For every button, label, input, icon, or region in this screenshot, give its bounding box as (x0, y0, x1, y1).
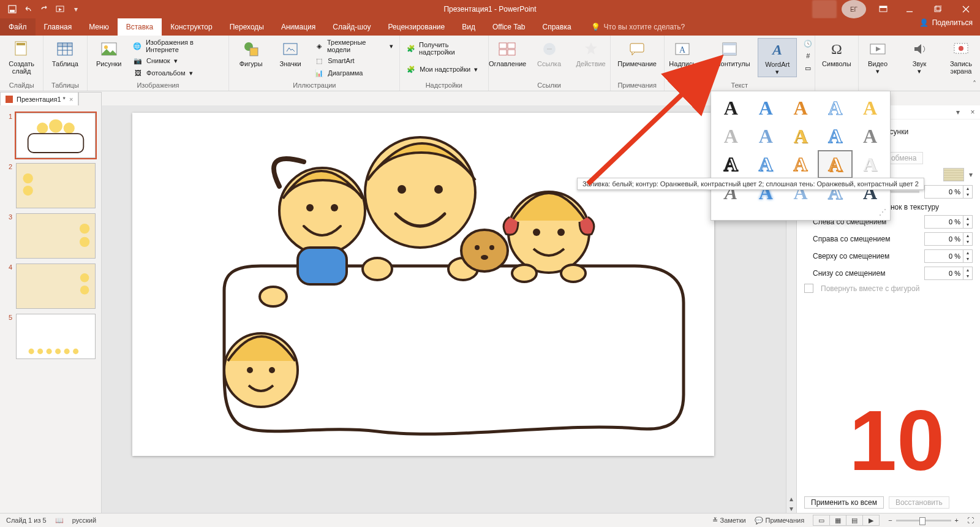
tab-home[interactable]: Главная (36, 18, 81, 36)
view-buttons[interactable]: ▭ ▦ ▤ ▶ (813, 515, 880, 526)
maximize-button[interactable] (924, 0, 952, 18)
wordart-style-9[interactable]: A (819, 123, 851, 149)
zoom-slider[interactable] (896, 520, 951, 521)
offset-left-value[interactable] (925, 218, 963, 226)
thumbnail-2[interactable]: 2 (0, 161, 101, 211)
action-button[interactable]: Действие (572, 38, 610, 69)
zoom-out-icon[interactable]: − (888, 517, 892, 524)
language-indicator[interactable]: русский (72, 517, 96, 524)
thumbnail-5[interactable]: 5 (0, 311, 101, 362)
wordart-style-8[interactable]: A (785, 123, 817, 149)
slide-editor[interactable]: ▴ ▾ (102, 105, 796, 514)
offset-bottom-value[interactable] (925, 270, 963, 277)
wordart-style-1[interactable]: A (715, 95, 747, 121)
wordart-style-3[interactable]: A (785, 95, 817, 121)
my-addins-button[interactable]: 🧩Мои надстройки ▾ (404, 64, 484, 75)
contents-button[interactable]: Оглавление (489, 38, 527, 69)
undo-icon[interactable] (23, 4, 33, 14)
screenshot-button[interactable]: 📷Снимок ▾ (130, 55, 225, 66)
zoom-control[interactable]: − + (888, 517, 959, 524)
reset-bg-button[interactable]: Восстановить (889, 496, 949, 509)
tab-menu[interactable]: Меню (80, 18, 117, 36)
3d-models-button[interactable]: ◈Трехмерные модели ▾ (312, 38, 396, 54)
audio-button[interactable]: Звук▾ (900, 38, 938, 76)
apply-to-all-button[interactable]: Применить ко всем (804, 496, 884, 509)
offset-right-spinner[interactable]: ▴▾ (924, 232, 973, 246)
new-slide-button[interactable]: Создать слайд (2, 38, 40, 76)
smartart-button[interactable]: ⬚SmartArt (312, 55, 396, 66)
slideshow-view-icon[interactable]: ▶ (862, 515, 879, 525)
date-time-button[interactable]: 🕓 (801, 38, 815, 49)
textbox-button[interactable]: A Надпись (663, 38, 701, 69)
wordart-style-12[interactable]: A (750, 151, 782, 177)
symbols-button[interactable]: Ω Символы (818, 38, 856, 69)
user-avatar[interactable]: ЕГ (842, 0, 866, 18)
zoom-in-icon[interactable]: + (955, 517, 959, 524)
redo-icon[interactable] (39, 4, 49, 14)
shapes-button[interactable]: Фигуры (233, 38, 268, 69)
ribbon-display-options-icon[interactable] (871, 0, 895, 18)
offset-top-value[interactable] (925, 252, 963, 260)
tell-me[interactable]: 💡 Что вы хотите сделать? (591, 18, 685, 36)
gallery-resize-handle[interactable]: ⋰ (715, 205, 886, 216)
pane-close-icon[interactable]: × (965, 108, 980, 116)
notes-button[interactable]: ≚ Заметки (712, 517, 746, 525)
slide-number-button[interactable]: # (801, 50, 815, 61)
tab-review[interactable]: Рецензирование (380, 18, 454, 36)
object-button[interactable]: ▭ (801, 63, 815, 74)
texture-picker[interactable] (943, 168, 964, 181)
wordart-style-2[interactable]: A (750, 95, 782, 121)
save-icon[interactable] (7, 4, 17, 14)
comment-button[interactable]: Примечание (612, 38, 662, 69)
wordart-style-6[interactable]: A (715, 123, 747, 149)
wordart-style-15[interactable]: A (854, 151, 886, 177)
thumbnail-pane[interactable]: 1 2 3 4 5 (0, 105, 102, 514)
offset-top-spinner[interactable]: ▴▾ (924, 249, 973, 263)
tab-slideshow[interactable]: Слайд-шоу (324, 18, 379, 36)
minimize-button[interactable] (895, 0, 924, 18)
wordart-style-13[interactable]: A (785, 151, 817, 177)
online-images-button[interactable]: 🌐Изображения в Интернете (130, 38, 225, 54)
share-button[interactable]: 👤 Поделиться (919, 18, 973, 27)
slide-canvas[interactable] (132, 113, 714, 456)
qat-customize-icon[interactable]: ▾ (71, 4, 81, 14)
tab-view[interactable]: Вид (453, 18, 484, 36)
pane-menu-icon[interactable]: ▾ (951, 108, 965, 116)
icons-button[interactable]: Значки (273, 38, 308, 69)
comments-button[interactable]: 💬 Примечания (755, 517, 805, 525)
reading-view-icon[interactable]: ▤ (846, 515, 862, 525)
offset-left-spinner[interactable]: ▴▾ (924, 215, 973, 229)
table-button[interactable]: Таблица (46, 38, 84, 69)
video-button[interactable]: Видео▾ (859, 38, 897, 76)
get-addins-button[interactable]: 🧩Получить надстройки (404, 40, 484, 56)
offset-bottom-spinner[interactable]: ▴▾ (924, 267, 973, 280)
transparency-spinner[interactable]: ▴▾ (924, 185, 973, 199)
wordart-style-14[interactable]: A (818, 150, 853, 178)
prev-slide-button[interactable]: ▴ (786, 494, 796, 504)
wordart-style-4[interactable]: A (819, 95, 851, 121)
photo-album-button[interactable]: 🖼Фотоальбом ▾ (130, 67, 225, 78)
tab-animation[interactable]: Анимация (273, 18, 324, 36)
tab-transitions[interactable]: Переходы (221, 18, 273, 36)
thumbnail-1[interactable]: 1 (0, 110, 101, 161)
collapse-ribbon-icon[interactable]: ˄ (973, 80, 976, 88)
transparency-value[interactable] (925, 188, 963, 195)
next-slide-button[interactable]: ▾ (786, 504, 796, 514)
screen-recording-button[interactable]: Запись экрана (942, 38, 980, 76)
new-document-tab[interactable] (78, 92, 102, 106)
thumbnail-4[interactable]: 4 (0, 261, 101, 311)
chart-button[interactable]: 📊Диаграмма (312, 67, 396, 78)
spellcheck-icon[interactable]: 📖 (55, 517, 64, 525)
tab-design[interactable]: Конструктор (162, 18, 221, 36)
thumbnail-3[interactable]: 3 (0, 211, 101, 261)
wordart-style-11[interactable]: A (715, 151, 747, 177)
document-tab[interactable]: Презентация1 * × (0, 92, 78, 106)
link-button[interactable]: Ссылка (530, 38, 568, 69)
sorter-view-icon[interactable]: ▦ (829, 515, 846, 525)
normal-view-icon[interactable]: ▭ (813, 515, 829, 525)
tab-file[interactable]: Файл (0, 18, 36, 36)
wordart-gallery[interactable]: A A A A A A A A A A A A A A A A A A A A … (710, 91, 891, 221)
tab-officetab[interactable]: Office Tab (484, 18, 534, 36)
wordart-style-7[interactable]: A (750, 123, 782, 149)
account-name[interactable] (812, 0, 837, 18)
